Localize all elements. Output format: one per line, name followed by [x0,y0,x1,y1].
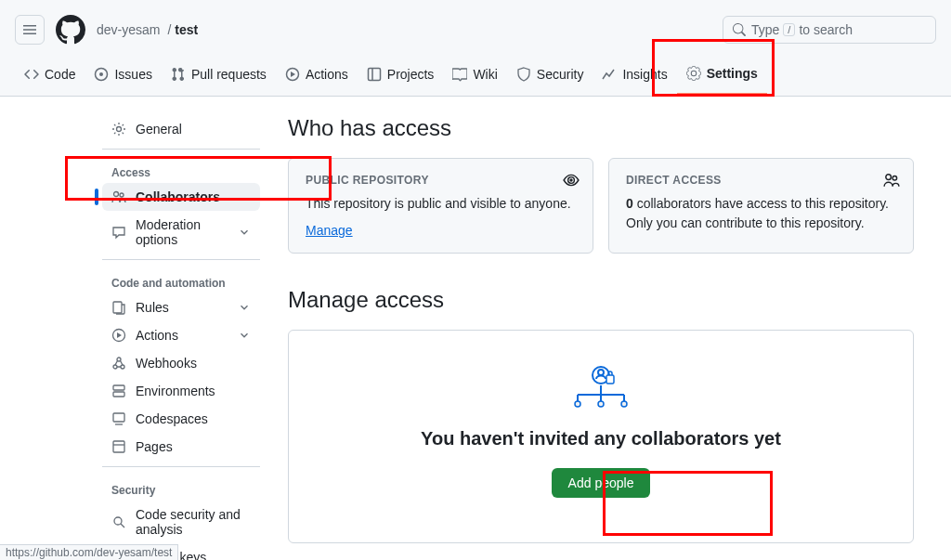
code-icon [24,67,39,82]
tab-settings-label: Settings [707,66,758,81]
play-icon [111,328,126,343]
manage-access-panel: You haven't invited any collaborators ye… [288,330,914,543]
search-hint-post: to search [799,22,853,37]
svg-rect-15 [113,413,124,422]
sidebar-actions-label: Actions [136,328,178,343]
svg-point-23 [886,175,892,180]
gear-icon [111,122,126,137]
sidebar-general-label: General [136,122,182,137]
svg-point-10 [113,365,117,369]
svg-point-24 [892,176,897,181]
sidebar-item-codesec[interactable]: Code security and analysis [102,501,260,543]
who-has-access-heading: Who has access [288,115,914,141]
svg-rect-14 [113,392,124,397]
svg-line-19 [121,524,124,527]
play-icon [285,67,300,82]
sidebar-section-codeauto: Code and automation [102,266,260,293]
breadcrumb-owner[interactable]: dev-yesam [97,22,160,37]
svg-point-11 [121,365,124,369]
sidebar-item-environments[interactable]: Environments [102,377,260,405]
tab-issues[interactable]: Issues [85,54,161,95]
search-kbd: / [783,23,795,36]
direct-access-body: 0 collaborators have access to this repo… [626,194,896,233]
webhook-icon [111,356,126,371]
tab-insights-label: Insights [622,67,667,82]
public-repository-card: PUBLIC REPOSITORY This repository is pub… [288,158,593,254]
tab-insights[interactable]: Insights [593,54,676,95]
breadcrumb-separator: / [167,22,171,37]
graph-icon [602,67,617,82]
chevron-down-icon [238,301,251,314]
sidebar-item-rules[interactable]: Rules [102,293,260,321]
empty-state-text: You haven't invited any collaborators ye… [421,428,781,449]
gear-icon [686,66,701,81]
browser-status-bar: https://github.com/dev-yesam/test [0,544,178,560]
public-repo-body: This repository is public and visible to… [306,194,576,214]
github-logo[interactable] [56,15,85,45]
tab-code[interactable]: Code [15,54,85,95]
sidebar-codesec-label: Code security and analysis [136,507,251,537]
hamburger-menu-button[interactable] [15,15,45,45]
projects-icon [367,67,382,82]
tab-projects-label: Projects [387,67,435,82]
svg-point-26 [598,370,604,375]
tab-pull[interactable]: Pull requests [162,54,276,95]
search-hint-pre: Type [751,22,779,37]
hamburger-icon [22,22,37,37]
sidebar-section-access: Access [102,155,260,183]
svg-rect-27 [606,375,614,384]
tab-wiki[interactable]: Wiki [443,54,506,95]
people-icon [111,189,126,204]
tab-projects[interactable]: Projects [358,54,444,95]
sidebar-codespaces-label: Codespaces [136,411,208,426]
tab-actions[interactable]: Actions [276,54,358,95]
svg-point-6 [114,192,119,197]
sidebar-item-actions[interactable]: Actions [102,321,260,349]
sidebar-item-general[interactable]: General [102,115,260,143]
tab-pull-label: Pull requests [191,67,267,82]
sidebar-rules-label: Rules [136,300,169,315]
svg-rect-16 [113,441,124,452]
comment-icon [111,225,126,240]
tab-settings[interactable]: Settings [677,54,767,95]
server-icon [111,384,126,398]
svg-point-7 [120,193,124,197]
tab-issues-label: Issues [114,67,151,82]
svg-point-22 [569,178,572,181]
svg-rect-3 [368,68,380,80]
sidebar-webhooks-label: Webhooks [136,356,197,371]
svg-point-18 [114,517,122,525]
sidebar-item-moderation[interactable]: Moderation options [102,211,260,254]
chevron-down-icon [238,329,251,342]
svg-point-34 [598,401,604,407]
svg-point-12 [117,358,121,361]
sidebar-section-security: Security [102,473,260,501]
sidebar-moderation-label: Moderation options [136,217,228,247]
sidebar-item-pages[interactable]: Pages [102,433,260,461]
search-icon [733,23,746,36]
sidebar-collaborators-label: Collaborators [136,189,220,204]
settings-sidebar: General Access Collaborators Moderation … [0,115,279,560]
manage-link[interactable]: Manage [306,223,353,238]
chevron-down-icon [238,226,251,239]
book-icon [452,67,467,82]
manage-access-heading: Manage access [288,287,914,313]
tab-actions-label: Actions [306,67,348,82]
svg-point-35 [621,401,627,407]
sidebar-item-codespaces[interactable]: Codespaces [102,405,260,433]
public-repo-title: PUBLIC REPOSITORY [306,174,576,187]
tab-security[interactable]: Security [507,54,593,95]
svg-rect-13 [113,385,124,390]
add-people-button[interactable]: Add people [552,468,651,498]
rules-icon [111,300,126,315]
direct-access-card: DIRECT ACCESS 0 collaborators have acces… [608,158,914,254]
svg-rect-8 [113,302,122,313]
breadcrumb-repo[interactable]: test [175,22,198,37]
search-input[interactable]: Type / to search [723,16,936,44]
sidebar-item-webhooks[interactable]: Webhooks [102,349,260,377]
sidebar-item-collaborators[interactable]: Collaborators [102,183,260,211]
collaborators-empty-illustration [568,362,633,411]
repo-nav: Code Issues Pull requests Actions Projec… [0,52,951,97]
svg-point-1 [99,72,103,76]
breadcrumb: dev-yesam / test [97,22,198,37]
